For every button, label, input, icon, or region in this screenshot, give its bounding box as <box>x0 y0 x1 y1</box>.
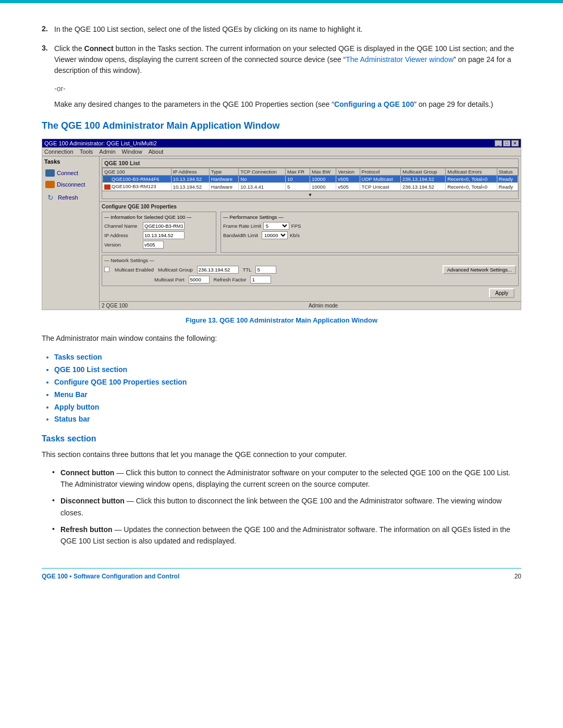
col-protocol: Protocol <box>360 168 401 176</box>
status-bar-center: Admin mode <box>309 303 338 309</box>
close-button[interactable]: ✕ <box>511 140 519 146</box>
config-panels: — Information for Selected QGE 100 — Cha… <box>102 212 519 253</box>
bandwidth-row: Bandwidth Limit 10000 5000 Kb/s <box>223 231 516 239</box>
col-maxbw: Max BW <box>310 168 336 176</box>
menu-connection[interactable]: Connection <box>44 149 74 155</box>
step-3-number: 3. <box>42 43 54 52</box>
table-row[interactable]: QGE100-B3-RM44F6 10.13.194.52 Hardware N… <box>103 176 518 183</box>
version-input[interactable] <box>143 241 164 249</box>
bullet-dot: • <box>52 467 60 476</box>
network-settings: — Network Settings — Multicast Enabled M… <box>102 255 519 286</box>
row2-tcp: 10.13.4.41 <box>239 183 286 190</box>
multicast-port-label: Multicast Port <box>154 277 185 282</box>
disconnect-bullet-text: — Click this button to disconnect the li… <box>60 497 501 516</box>
col-type: Type <box>209 168 238 176</box>
app-window-screenshot: QGE 100 Administrator: QGE List_UniMulti… <box>42 139 521 310</box>
list-item: QGE 100 List section <box>54 364 521 376</box>
channel-name-input[interactable] <box>143 222 185 230</box>
version-row: Version <box>104 241 214 249</box>
viewer-link[interactable]: The Administrator Viewer window <box>346 55 454 64</box>
kbs-label: Kb/s <box>290 232 300 238</box>
ttl-input[interactable] <box>255 266 276 274</box>
list-item: Configure QGE 100 Properties section <box>54 376 521 389</box>
figure-caption-bold: Figure 13. QGE 100 Administrator Main Ap… <box>186 316 377 324</box>
window-menubar: Connection Tools Admin Window About <box>42 147 521 156</box>
menu-tools[interactable]: Tools <box>80 149 93 155</box>
connect-bullet: • Connect button — Click this button to … <box>52 467 521 490</box>
window-statusbar: 2 QGE 100 Admin mode <box>100 301 521 310</box>
row1-maxbw: 10000 <box>310 176 336 183</box>
page-content: 2. In the QGE 100 List section, select o… <box>0 3 563 611</box>
list-item: Menu Bar <box>54 389 521 401</box>
list-item: Apply button <box>54 401 521 414</box>
frame-rate-select[interactable]: 5 10 15 30 <box>263 222 289 230</box>
figure-caption: Figure 13. QGE 100 Administrator Main Ap… <box>42 316 521 324</box>
col-version: Version <box>336 168 360 176</box>
advanced-network-button[interactable]: Advanced Network Settings... <box>443 265 516 274</box>
connect-bullet-label: Connect button <box>60 468 114 477</box>
ip-address-label: IP Address <box>104 232 141 238</box>
refresh-button[interactable]: ↻ Refresh <box>44 191 97 204</box>
row2-status: Ready <box>497 183 518 190</box>
col-maxfr: Max FR <box>285 168 310 176</box>
ip-address-input[interactable] <box>143 231 185 239</box>
row1-ip: 10.13.194.52 <box>171 176 209 183</box>
multicast-enabled-label: Multicast Enabled <box>115 267 154 273</box>
configure-section: Configure QGE 100 Properties — Informati… <box>100 201 521 301</box>
refresh-factor-input[interactable] <box>250 276 271 283</box>
connect-label: Connect <box>57 170 78 176</box>
qge-table: QGE 100 IP Address Type TCP Connection M… <box>102 168 518 191</box>
menu-admin[interactable]: Admin <box>99 149 115 155</box>
refresh-label: Refresh <box>58 194 78 201</box>
multicast-port-input[interactable] <box>189 276 210 283</box>
multicast-group-label: Multicast Group <box>158 267 193 273</box>
menu-window[interactable]: Window <box>122 149 142 155</box>
row1-mgroup: 236.13.194.52 <box>401 176 446 183</box>
multicast-group-input[interactable] <box>197 266 239 274</box>
menu-about[interactable]: About <box>149 149 164 155</box>
col-tcp: TCP Connection <box>239 168 286 176</box>
disconnect-button[interactable]: Disconnect <box>44 179 97 190</box>
bullet-dot: • <box>52 524 60 533</box>
expand-row[interactable]: ▼ <box>102 191 518 199</box>
multicast-checkbox[interactable] <box>104 267 109 272</box>
row2-mgroup: 236.13.194.52 <box>401 183 446 190</box>
description-text: The Administrator main window contains t… <box>42 332 521 344</box>
connect-button[interactable]: Connect <box>44 168 97 178</box>
row2-merrors: Recent=0, Total=0 <box>446 183 497 190</box>
apply-button[interactable]: Apply <box>489 288 515 298</box>
row1-status: Ready <box>497 176 518 183</box>
row2-type: Hardware <box>209 183 238 190</box>
tasks-panel: Tasks Connect Disconnect ↻ Refresh <box>42 156 100 310</box>
step-2: 2. In the QGE 100 List section, select o… <box>42 24 521 35</box>
refresh-bullet: • Refresh button — Updates the connectio… <box>52 524 521 547</box>
footer-right: 20 <box>515 573 521 580</box>
col-merrors: Multicast Errors <box>446 168 497 176</box>
table-row[interactable]: QGE100-B3-RM123 10.13.194.52 Hardware 10… <box>103 183 518 190</box>
list-item: Status bar <box>54 413 521 426</box>
configuring-link[interactable]: Configuring a QGE 100 <box>334 100 414 108</box>
step-3-text: Click the Connect button in the Tasks se… <box>54 43 521 76</box>
qge-list-panel: QGE 100 List QGE 100 IP Address Type TCP… <box>102 158 519 199</box>
disconnect-bullet: • Disconnect button — Click this button … <box>52 495 521 519</box>
info-group-title: — Information for Selected QGE 100 — <box>104 214 214 220</box>
configure-title: Configure QGE 100 Properties <box>102 204 519 209</box>
row2-version: v505 <box>336 183 360 190</box>
window-controls: _ □ ✕ <box>495 140 519 146</box>
row1-maxfr: 10 <box>285 176 310 183</box>
row1-name: QGE100-B3-RM44F6 <box>103 176 172 183</box>
ip-address-row: IP Address <box>104 231 214 239</box>
version-label: Version <box>104 242 141 248</box>
footer-left: QGE 100 • Software Configuration and Con… <box>42 573 179 580</box>
frame-rate-label: Frame Rate Limit <box>223 223 261 229</box>
connect-bullet-text: — Click this button to connect the Admin… <box>60 468 510 488</box>
row1-version: v505 <box>336 176 360 183</box>
list-item: Tasks section <box>54 351 521 364</box>
refresh-icon: ↻ <box>45 192 56 203</box>
window-titlebar: QGE 100 Administrator: QGE List_UniMulti… <box>42 139 521 147</box>
maximize-button[interactable]: □ <box>503 140 510 146</box>
minimize-button[interactable]: _ <box>495 140 502 146</box>
bandwidth-select[interactable]: 10000 5000 <box>262 231 288 239</box>
row2-protocol: TCP Unicast <box>360 183 401 190</box>
row1-type: Hardware <box>209 176 238 183</box>
